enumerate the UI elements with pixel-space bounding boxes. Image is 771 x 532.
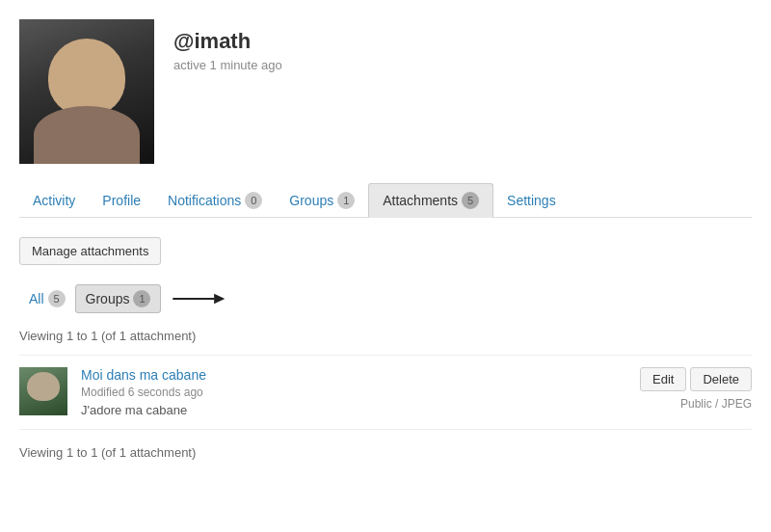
nav-tabs: Activity Profile Notifications 0 Groups … (19, 183, 752, 218)
profile-header: @imath active 1 minute ago (19, 19, 752, 164)
arrow-icon (169, 287, 226, 310)
action-buttons: Edit Delete (640, 367, 752, 391)
tab-notifications[interactable]: Notifications 0 (154, 184, 276, 217)
attachment-row: Moi dans ma cabane Modified 6 seconds ag… (19, 355, 752, 430)
svg-marker-1 (215, 294, 226, 304)
filter-groups[interactable]: Groups 1 (75, 284, 162, 313)
avatar-image (19, 19, 154, 164)
groups-badge: 1 (337, 192, 355, 209)
attachments-badge: 5 (462, 192, 479, 209)
tab-groups[interactable]: Groups 1 (276, 184, 368, 217)
arrow-indicator (169, 287, 226, 310)
filter-all-badge: 5 (48, 290, 66, 307)
viewing-info-bottom: Viewing 1 to 1 (of 1 attachment) (19, 445, 752, 460)
attachment-thumbnail-image (19, 367, 67, 415)
tab-activity[interactable]: Activity (19, 185, 89, 216)
tab-profile[interactable]: Profile (89, 185, 154, 216)
filter-all[interactable]: All 5 (19, 285, 75, 312)
avatar (19, 19, 154, 164)
attachment-thumbnail (19, 367, 67, 415)
attachment-info: Moi dans ma cabane Modified 6 seconds ag… (81, 367, 640, 417)
edit-button[interactable]: Edit (640, 367, 686, 391)
profile-status: active 1 minute ago (173, 58, 282, 72)
filter-groups-badge: 1 (133, 290, 150, 307)
attachment-actions: Edit Delete Public / JPEG (640, 367, 752, 411)
viewing-info-top: Viewing 1 to 1 (of 1 attachment) (19, 329, 752, 343)
profile-username: @imath (173, 29, 282, 54)
attachment-modified: Modified 6 seconds ago (81, 386, 640, 399)
attachment-title-link[interactable]: Moi dans ma cabane (81, 367, 206, 383)
attachment-visibility: Public / JPEG (680, 397, 752, 411)
delete-button[interactable]: Delete (690, 367, 752, 391)
profile-info: @imath active 1 minute ago (173, 19, 282, 72)
tab-settings[interactable]: Settings (493, 185, 570, 216)
tab-attachments[interactable]: Attachments 5 (368, 183, 493, 218)
page-wrapper: @imath active 1 minute ago Activity Prof… (0, 0, 771, 479)
filter-tabs: All 5 Groups 1 (19, 284, 752, 313)
notifications-badge: 0 (245, 192, 262, 209)
attachment-description: J'adore ma cabane (81, 403, 640, 417)
manage-attachments-button[interactable]: Manage attachments (19, 237, 161, 265)
